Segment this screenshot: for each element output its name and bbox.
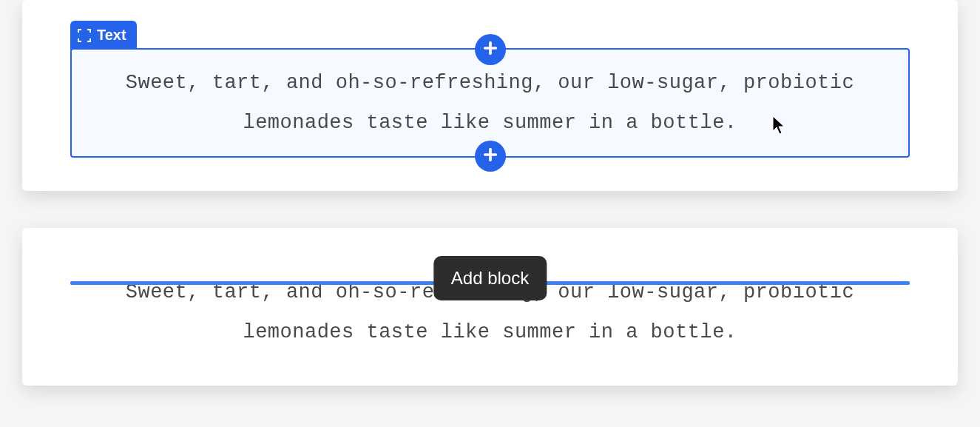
add-block-above-button[interactable] xyxy=(475,34,506,65)
plus-icon xyxy=(482,147,499,166)
add-block-tooltip: Add block xyxy=(433,256,547,300)
block-text-content[interactable]: Sweet, tart, and oh-so-refreshing, our l… xyxy=(94,63,886,143)
text-block-selected[interactable]: Sweet, tart, and oh-so-refreshing, our l… xyxy=(70,48,910,158)
block-type-text: Text xyxy=(97,27,126,44)
editor-card-insert: Add block Sweet, tart, and oh-so-refresh… xyxy=(22,228,958,386)
plus-icon xyxy=(482,40,499,59)
editor-card-selected: Text Sweet, tart, and oh-so-refreshing, … xyxy=(22,0,958,191)
add-block-below-button[interactable] xyxy=(475,141,506,172)
tooltip-text: Add block xyxy=(451,268,529,288)
block-type-label[interactable]: Text xyxy=(70,21,137,50)
selection-icon xyxy=(78,29,91,42)
